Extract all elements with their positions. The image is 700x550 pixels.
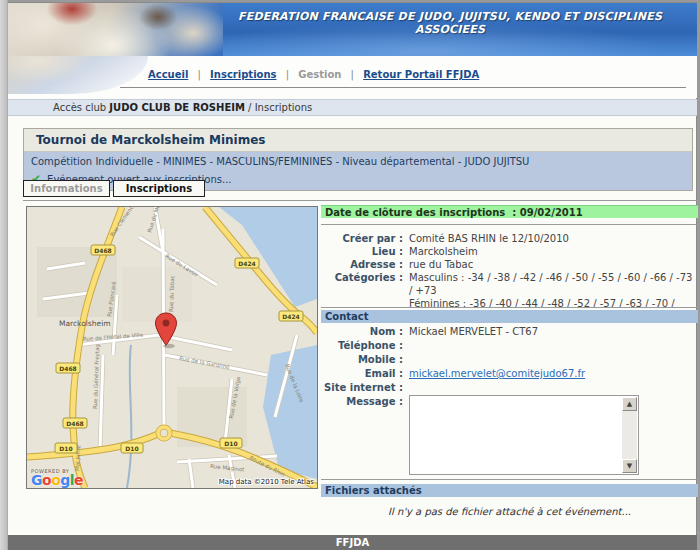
name-label: Nom : (321, 325, 403, 339)
svg-text:Rue du Tabac: Rue du Tabac (168, 275, 175, 312)
nav-link-gestion: Gestion (298, 69, 341, 80)
town-label: Marckolsheim (59, 319, 111, 328)
content-divider (23, 200, 698, 201)
address-label: Adresse : (321, 258, 403, 271)
breadcrumb-club[interactable]: JUDO CLUB DE ROSHEIM (109, 102, 245, 113)
map-canvas: Rue Clemenceau Rue du Moisson Rue du Lav… (27, 207, 317, 488)
google-wordmark: Google (31, 472, 83, 488)
contact-section: Nom : Mickael MERVELET - CT67 Téléphone … (321, 325, 698, 479)
svg-text:D10: D10 (125, 445, 138, 452)
panel-divider (321, 224, 698, 225)
svg-text:D10: D10 (59, 445, 72, 452)
textarea-scrollbar[interactable]: ▲ ▼ (622, 397, 637, 473)
nav-separator: | (351, 69, 354, 80)
svg-text:D424: D424 (282, 313, 300, 320)
detail-row: Lieu : Marckolsheim (321, 245, 698, 258)
google-map[interactable]: Rue Clemenceau Rue du Moisson Rue du Lav… (26, 206, 318, 489)
contact-row: Nom : Mickael MERVELET - CT67 (321, 325, 698, 339)
contact-row: Email : mickael.mervelet@comitejudo67.fr (321, 367, 698, 381)
breadcrumb-suffix: / Inscriptions (245, 102, 312, 113)
contact-header: Contact (321, 310, 698, 323)
nav-divider (120, 87, 686, 88)
event-subtitle: Compétition Individuelle - MINIMES - MAS… (24, 152, 692, 171)
tab-informations[interactable]: Informations (23, 180, 110, 197)
created-by-label: Créer par : (321, 232, 403, 245)
nav-bar: Accueil | Inscriptions | Gestion | Retou… (8, 56, 697, 98)
detail-row: Adresse : rue du Tabac (321, 258, 698, 271)
photo-swoosh-decoration (8, 56, 148, 94)
scroll-down-icon[interactable]: ▼ (622, 459, 637, 473)
event-title: Tournoi de Marckolsheim Minimes (36, 133, 265, 147)
breadcrumb-prefix: Accès club (53, 102, 109, 113)
judo-photo (8, 3, 223, 56)
closing-date-bar: Date de clôture des inscriptions : 09/02… (321, 205, 698, 218)
website-label: Site internet : (321, 381, 403, 395)
svg-text:D468: D468 (66, 420, 84, 427)
nav-link-accueil[interactable]: Accueil (148, 69, 188, 80)
message-label: Message : (321, 395, 403, 479)
scroll-up-icon[interactable]: ▲ (622, 397, 637, 411)
svg-text:D424: D424 (238, 260, 256, 267)
phone-label: Téléphone : (321, 339, 403, 353)
mobile-label: Mobile : (321, 353, 403, 367)
footer-bar: FFJDA (8, 535, 697, 550)
nav-separator: | (286, 69, 289, 80)
closing-date-value: : 09/02/2011 (512, 207, 582, 218)
svg-text:D468: D468 (94, 247, 112, 254)
message-textarea[interactable]: ▲ ▼ (409, 395, 639, 475)
svg-text:D468: D468 (59, 365, 77, 372)
contact-row: Site internet : (321, 381, 698, 395)
contact-row: Téléphone : (321, 339, 698, 353)
email-label: Email : (321, 367, 403, 381)
attachments-header: Fichiers attachés (321, 484, 698, 497)
svg-text:D10: D10 (224, 440, 237, 447)
place-label: Lieu : (321, 245, 403, 258)
closing-date-label: Date de clôture des inscriptions (325, 207, 505, 218)
header-banner: FEDERATION FRANCAISE DE JUDO, JUJITSU, K… (8, 3, 697, 56)
nav-separator: | (198, 69, 201, 80)
created-by-value: Comité BAS RHIN le 12/10/2010 (409, 232, 569, 245)
nav-link-retour-portail[interactable]: Retour Portail FFJDA (363, 69, 479, 80)
nav-link-inscriptions[interactable]: Inscriptions (210, 69, 276, 80)
name-value: Mickael MERVELET - CT67 (409, 325, 538, 339)
breadcrumb: Accès club JUDO CLUB DE ROSHEIM / Inscri… (8, 99, 697, 116)
detail-row: Créer par : Comité BAS RHIN le 12/10/201… (321, 232, 698, 245)
place-value: Marckolsheim (409, 245, 478, 258)
tab-inscriptions[interactable]: Inscriptions (113, 180, 205, 197)
panel-divider (321, 479, 698, 480)
contact-row: Message : ▲ ▼ (321, 395, 698, 479)
contact-row: Mobile : (321, 353, 698, 367)
attachments-empty-message: Il n'y a pas de fichier attaché à cet év… (321, 506, 698, 517)
panel-divider (321, 307, 698, 308)
map-attribution: Map data ©2010 Tele Atlas (219, 478, 314, 486)
email-link[interactable]: mickael.mervelet@comitejudo67.fr (409, 368, 585, 379)
federation-title: FEDERATION FRANCAISE DE JUDO, JUJITSU, K… (213, 10, 687, 36)
page-frame: FEDERATION FRANCAISE DE JUDO, JUJITSU, K… (8, 2, 697, 547)
address-value: rue du Tabac (409, 258, 473, 271)
google-logo[interactable]: POWERED BY Google (31, 467, 83, 486)
